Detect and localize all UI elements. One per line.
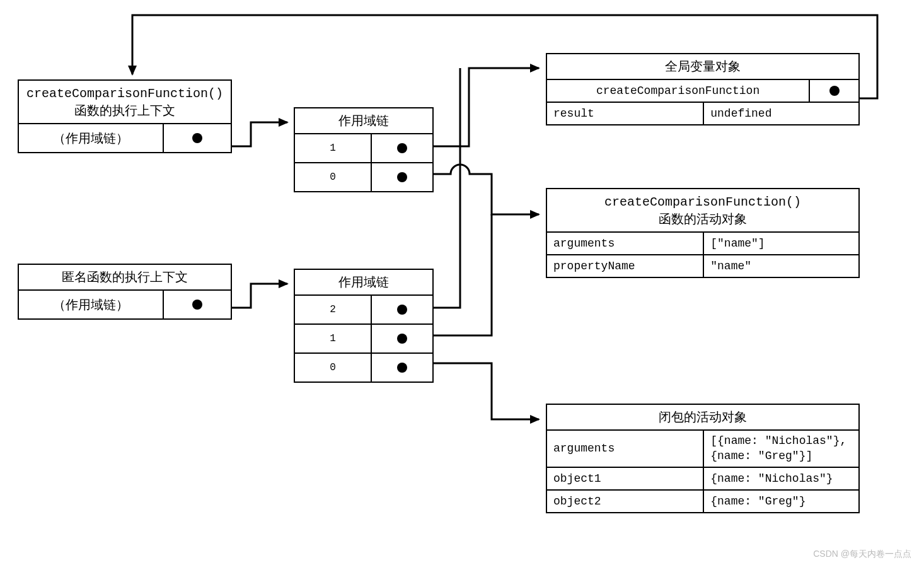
ctx1-scope-pointer xyxy=(164,124,231,152)
scope2-ptr-2 xyxy=(372,296,432,323)
ctx1-scope-label: （作用域链） xyxy=(19,124,164,152)
ctx1-title-code: createComparisonFunction() xyxy=(26,86,223,101)
scope2-row: 1 xyxy=(295,325,432,354)
ccf-active-title-text: 函数的活动对象 xyxy=(659,212,747,226)
closure-title: 闭包的活动对象 xyxy=(547,405,858,431)
ccf-propertyName-key: propertyName xyxy=(547,255,704,277)
scope2-index-1: 1 xyxy=(295,325,372,352)
global-variable-object: 全局变量对象 createComparisonFunction result u… xyxy=(546,53,860,125)
ccf-arguments-val: ["name"] xyxy=(704,233,858,254)
scope2-index-2: 2 xyxy=(295,296,372,323)
closure-arguments-val: [{name: "Nicholas"}, {name: "Greg"}] xyxy=(704,431,858,467)
scope1-row: 0 xyxy=(295,163,432,191)
closure-object2-val: {name: "Greg"} xyxy=(704,491,858,512)
scope2-row: 0 xyxy=(295,354,432,382)
ctx2-scope-pointer xyxy=(164,291,231,318)
ctx2-scope-label: （作用域链） xyxy=(19,291,164,318)
ccf-propertyName-val: "name" xyxy=(704,255,858,277)
ctx1-title-text: 函数的执行上下文 xyxy=(74,103,175,117)
ccf-active-object: createComparisonFunction() 函数的活动对象 argum… xyxy=(546,188,860,278)
ccf-active-title-code: createComparisonFunction() xyxy=(604,195,801,209)
scope-chain-2: 作用域链 2 1 0 xyxy=(294,269,434,383)
scope1-row: 1 xyxy=(295,134,432,163)
closure-object2-key: object2 xyxy=(547,491,704,512)
global-result-key: result xyxy=(547,103,704,124)
ccf-arguments-key: arguments xyxy=(547,233,704,254)
scope1-title: 作用域链 xyxy=(295,108,432,134)
watermark: CSDN @每天内卷一点点 xyxy=(813,549,911,560)
global-ccf-key: createComparisonFunction xyxy=(547,80,810,102)
scope1-index-1: 1 xyxy=(295,134,372,162)
ctx-anonymous: 匿名函数的执行上下文 （作用域链） xyxy=(18,264,232,320)
scope1-ptr-1 xyxy=(372,134,432,162)
scope1-ptr-0 xyxy=(372,163,432,191)
scope-chain-1: 作用域链 1 0 xyxy=(294,107,434,192)
scope2-ptr-1 xyxy=(372,325,432,352)
scope2-row: 2 xyxy=(295,296,432,325)
diagram-canvas: createComparisonFunction() 函数的执行上下文 （作用域… xyxy=(0,0,924,565)
scope2-title: 作用域链 xyxy=(295,270,432,296)
closure-object1-val: {name: "Nicholas"} xyxy=(704,468,858,489)
global-result-val: undefined xyxy=(704,103,858,124)
closure-object1-key: object1 xyxy=(547,468,704,489)
closure-active-object: 闭包的活动对象 arguments [{name: "Nicholas"}, {… xyxy=(546,404,860,513)
scope2-index-0: 0 xyxy=(295,354,372,382)
global-title: 全局变量对象 xyxy=(547,54,858,80)
ctx2-title: 匿名函数的执行上下文 xyxy=(62,270,188,284)
scope1-index-0: 0 xyxy=(295,163,372,191)
ctx-create-comparison: createComparisonFunction() 函数的执行上下文 （作用域… xyxy=(18,79,232,153)
scope2-ptr-0 xyxy=(372,354,432,382)
closure-arguments-key: arguments xyxy=(547,431,704,467)
global-ccf-ptr xyxy=(810,80,858,102)
